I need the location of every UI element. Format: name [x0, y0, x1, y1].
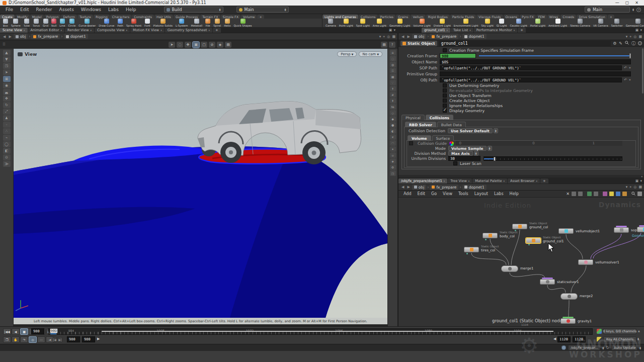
playhead[interactable]: 980	[50, 328, 58, 334]
net-find-icon[interactable]	[631, 192, 635, 197]
net-menu-labs[interactable]: Labs	[491, 192, 507, 196]
loop-mode-icon[interactable]: ↷	[20, 336, 28, 343]
node-tires_col[interactable]	[464, 247, 479, 252]
range-end-field-2[interactable]: 1120	[573, 336, 586, 342]
menu-windows[interactable]: Windows	[77, 7, 105, 12]
shelf-tool-platonic-solids[interactable]: Platonic Solids	[152, 19, 174, 27]
shelf-tool-spiral[interactable]: Spiral	[212, 19, 222, 27]
shelf-tab-grains[interactable]: Grains	[396, 15, 410, 19]
shelf-tool-camera[interactable]: Camera	[324, 19, 338, 27]
shelf-tab-create[interactable]: Create	[0, 15, 15, 19]
realtime-toggle-icon[interactable]: ❐	[3, 336, 11, 343]
shelf-tab-particle-fluids[interactable]: Particle Fluids	[450, 15, 476, 19]
shelf-tool-grid[interactable]: Grid	[41, 19, 50, 27]
range-end-field[interactable]: 1120	[557, 336, 571, 342]
params-scroll-strip[interactable]: ▾	[398, 175, 644, 177]
node-merge2[interactable]	[560, 293, 578, 300]
next-key-button[interactable]: ▶|	[58, 337, 62, 342]
shelf-tab-simple-fx[interactable]: Simple FX	[221, 15, 240, 19]
shelf-tab-modify[interactable]: Modify	[15, 15, 30, 19]
select-objects-icon[interactable]: ➤	[169, 42, 175, 48]
points-display-icon[interactable]: ∵	[390, 80, 396, 85]
shelf-tab-constraints[interactable]: Constraints	[132, 15, 154, 19]
shelf-tool-switcher[interactable]: Switcher	[610, 19, 624, 27]
shaded-icon[interactable]: ◆	[390, 116, 396, 122]
range-slider[interactable]	[102, 331, 553, 332]
breadcrumb-dopnet1[interactable]: dopnet1	[462, 34, 487, 39]
back-button[interactable]: ◀	[400, 185, 405, 189]
key-mode-selector[interactable]: Key All Channels	[603, 336, 636, 342]
net-menu-edit[interactable]: Edit	[415, 192, 429, 196]
view-cube-icon[interactable]: ◧	[3, 148, 11, 154]
shelf-tab-model[interactable]: Model	[30, 15, 44, 19]
creation-frame-field[interactable]: 980	[440, 53, 476, 58]
projection-selector[interactable]: Persp▼	[337, 51, 357, 57]
pane-maximize-icon[interactable]: ▦	[638, 35, 642, 39]
shelf-tool-gamepad-camera[interactable]: Gamepad Camera	[624, 19, 644, 27]
pane-maximize-icon[interactable]: ▦	[392, 35, 395, 39]
select-components-icon[interactable]: ◌	[177, 42, 183, 48]
shelf-tab-polygon[interactable]: Polygon	[44, 15, 61, 19]
primitive-normals-icon[interactable]: ⇞	[390, 98, 396, 104]
param-tab-collisions[interactable]: Collisions	[426, 115, 453, 120]
net-list-icon[interactable]	[578, 192, 583, 196]
shelf-tool-caustic-light[interactable]: Caustic Light	[508, 19, 528, 27]
stop-button[interactable]: ■	[20, 328, 28, 335]
pane-tab-scene-view[interactable]: Scene View▾	[0, 28, 28, 33]
node-gravity1[interactable]	[560, 318, 576, 324]
keyframe-icon[interactable]	[597, 329, 602, 334]
color-wheel-icon[interactable]	[449, 141, 454, 146]
creation-frame-slider[interactable]	[479, 53, 631, 58]
handles-icon[interactable]: ◉	[3, 82, 11, 88]
node-edge_node[interactable]	[637, 227, 644, 232]
collision-detection-dropdown[interactable]: Use Solver Default	[448, 128, 493, 133]
shelf-tool-environment-light[interactable]: Environment Light	[452, 19, 480, 27]
shelf-tab-add[interactable]: +	[257, 15, 264, 19]
shelf-tab-drive-simulation[interactable]: Drive Simulation	[577, 15, 607, 19]
shelf-tool-geometry-light[interactable]: Geometry Light	[388, 19, 412, 27]
shelf-tool-sphere[interactable]: Sphere	[10, 19, 22, 27]
update-mode-stepper[interactable]	[639, 346, 641, 349]
snapshot-icon[interactable]: ▤	[225, 42, 231, 48]
snap-dot-icon[interactable]: ◦	[3, 122, 11, 128]
material-shaded-icon[interactable]: ◐	[390, 128, 396, 134]
menu-edit[interactable]: Edit	[17, 7, 32, 12]
menu-labs[interactable]: Labs	[105, 7, 122, 12]
node-name-field[interactable]: ground_col1	[439, 41, 611, 46]
checkbox-ignore-merge-relationships[interactable]	[443, 104, 447, 108]
shelf-tab-viscous-fluids[interactable]: Viscous Fluids	[476, 15, 503, 19]
net-menu-tools[interactable]: Tools	[455, 192, 471, 196]
mode-stepper[interactable]	[488, 146, 492, 151]
pane-tab-motion-fx-view[interactable]: Motion FX View▾	[130, 28, 165, 33]
back-button[interactable]: ◀	[2, 35, 7, 39]
pin-icon[interactable]: ⌖	[383, 35, 385, 39]
shelf-tab-rigid-bodies[interactable]: Rigid Bodies	[426, 15, 450, 19]
net-pane-tab-asset-browser[interactable]: Asset Browser▾	[508, 178, 540, 184]
node-ground_col1[interactable]	[526, 238, 541, 243]
breadcrumb-obj[interactable]: obj	[412, 34, 426, 39]
object-name-field[interactable]: $OS	[440, 59, 631, 64]
select-box-icon[interactable]: ▢	[201, 42, 207, 48]
sync-icon[interactable]: ◎	[387, 35, 390, 39]
shelf-tool-spot-light[interactable]: Spot Light	[355, 19, 371, 27]
breadcrumb-fx_prepare[interactable]: fx_prepare	[430, 34, 458, 39]
node-ground_col[interactable]	[512, 224, 527, 229]
camera-selector[interactable]: No cam▼	[359, 51, 382, 57]
toolbar-help-icon[interactable]: ?	[389, 42, 395, 48]
shelf-tool-metaball[interactable]: Metaball	[189, 19, 204, 27]
rotate-icon[interactable]: ↻	[3, 102, 11, 108]
shelf-tool-null[interactable]: Null	[50, 19, 58, 27]
play-reverse-button[interactable]: ◀	[12, 328, 20, 335]
breadcrumb-obj[interactable]: obj	[412, 185, 426, 190]
shelf-tab-rigging[interactable]: Rigging	[94, 15, 110, 19]
audio-toggle-icon[interactable]: ✋	[12, 336, 20, 343]
breadcrumb-dopnet1[interactable]: dopnet1	[64, 34, 88, 39]
net-tools-icon[interactable]: ✕	[566, 192, 570, 196]
keys-expand-icon[interactable]: ▲	[638, 329, 640, 332]
revert-icon[interactable]: ↶	[624, 66, 627, 70]
shelf-tool-volume-light[interactable]: Volume Light	[412, 19, 432, 27]
shelf-tool-line[interactable]: Line	[58, 19, 66, 27]
pane-menu-icon[interactable]: ▾	[393, 28, 395, 32]
node-staticsolver1[interactable]	[540, 279, 555, 285]
solver-tab-rbd-solver[interactable]: RBD Solver	[405, 122, 436, 127]
